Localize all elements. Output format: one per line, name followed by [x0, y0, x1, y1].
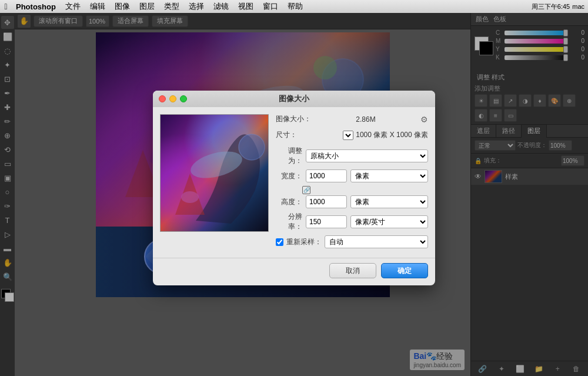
ok-button[interactable]: 确定	[381, 263, 428, 278]
dimensions-value: 1000 像素 X 1000 像素	[356, 130, 428, 140]
gear-icon[interactable]: ⚙	[420, 115, 428, 124]
menu-file[interactable]: 文件	[61, 0, 85, 13]
dialog-body: 图像大小： 2.86M ⚙ 尺寸： ✓ 1000 像素 X 1000 像素	[153, 107, 435, 258]
menu-image[interactable]: 图像	[111, 0, 134, 13]
menu-computer: mac	[572, 3, 584, 10]
height-input[interactable]	[306, 195, 347, 208]
filesize-value: 2.86M	[356, 115, 375, 124]
height-unit-select[interactable]: 像素	[350, 195, 428, 208]
svg-point-8	[181, 191, 199, 203]
menu-edit[interactable]: 编辑	[86, 0, 109, 13]
resolution-input[interactable]	[306, 215, 347, 228]
dialog-title: 图像大小	[279, 94, 309, 104]
dialog-overlay: 图像大小 图像大小： 2.86M	[0, 0, 588, 376]
menubar:  Photoshop 文件 编辑 图像 图层 类型 选择 滤镜 视图 窗口 帮…	[0, 0, 588, 13]
image-size-dialog: 图像大小 图像大小： 2.86M	[153, 91, 435, 285]
fitto-row: 调整为： 原稿大小	[276, 146, 428, 166]
resolution-label: 分辨率：	[276, 212, 302, 232]
resolution-unit-select[interactable]: 像素/英寸	[350, 215, 428, 228]
resample-checkbox[interactable]	[276, 238, 283, 246]
svg-point-6	[239, 134, 265, 160]
resample-select[interactable]: 自动	[325, 235, 428, 248]
menu-window[interactable]: 窗口	[259, 0, 282, 13]
menubar-right: 周三下午6:45 mac	[532, 2, 588, 11]
dimensions-value-container: ✓ 1000 像素 X 1000 像素	[343, 130, 428, 140]
menu-filter[interactable]: 滤镜	[209, 0, 233, 13]
apple-icon[interactable]: 	[0, 0, 12, 13]
dialog-buttons: 取消 确定	[153, 258, 435, 285]
dimensions-checkbox[interactable]: ✓	[343, 131, 353, 140]
filesize-label: 图像大小：	[276, 114, 311, 124]
menu-help[interactable]: 帮助	[283, 0, 307, 13]
fitto-select[interactable]: 原稿大小	[306, 149, 428, 162]
link-icon[interactable]: 🔗	[302, 186, 310, 194]
menu-view[interactable]: 视图	[234, 0, 258, 13]
menu-items: Photoshop 文件 编辑 图像 图层 类型 选择 滤镜 视图 窗口 帮助	[12, 0, 307, 13]
menu-layer[interactable]: 图层	[135, 0, 159, 13]
width-input[interactable]	[306, 169, 347, 182]
resample-row: 重新采样： 自动	[276, 235, 428, 248]
menu-time: 周三下午6:45	[532, 2, 570, 11]
height-row: 高度： 像素	[276, 195, 428, 208]
dimensions-label: 尺寸：	[276, 130, 297, 140]
close-button[interactable]	[159, 95, 166, 102]
height-label: 高度：	[276, 197, 302, 207]
maximize-button[interactable]	[180, 95, 187, 102]
app-name-menu[interactable]: Photoshop	[12, 0, 60, 13]
link-row: 🔗	[276, 186, 428, 194]
dialog-titlebar: 图像大小	[153, 91, 435, 107]
resample-label: 重新采样：	[286, 237, 322, 247]
fitto-label: 调整为：	[276, 146, 302, 166]
menu-type[interactable]: 类型	[160, 0, 183, 13]
menu-select[interactable]: 选择	[185, 0, 208, 13]
dimensions-row: 尺寸： ✓ 1000 像素 X 1000 像素	[276, 130, 428, 140]
resolution-row: 分辨率： 像素/英寸	[276, 212, 428, 232]
width-label: 宽度：	[276, 171, 302, 181]
traffic-lights	[159, 95, 187, 102]
filesize-row: 图像大小： 2.86M ⚙	[276, 114, 428, 124]
width-unit-select[interactable]: 像素	[350, 169, 428, 182]
width-row: 宽度： 像素	[276, 169, 428, 182]
cancel-button[interactable]: 取消	[329, 263, 376, 278]
dialog-fields: 图像大小： 2.86M ⚙ 尺寸： ✓ 1000 像素 X 1000 像素	[276, 114, 428, 251]
dialog-preview	[160, 114, 269, 232]
dialog-preview-svg	[161, 115, 269, 232]
minimize-button[interactable]	[169, 95, 176, 102]
